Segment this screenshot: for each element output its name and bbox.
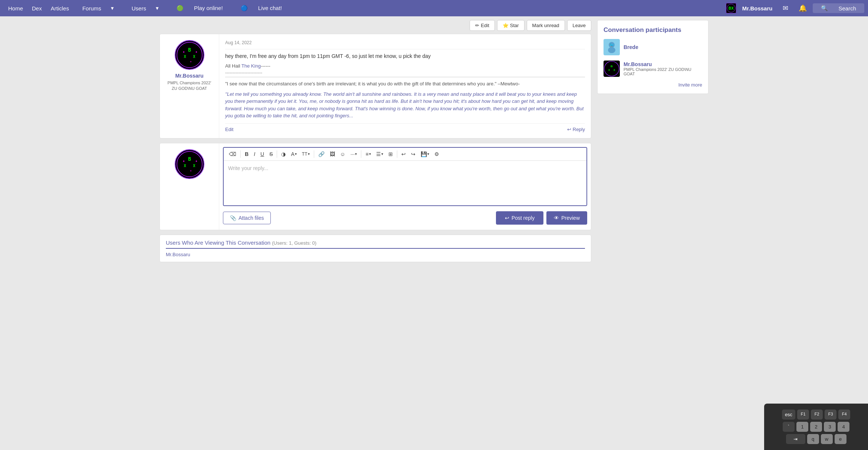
- pokeball-icon: 🟢: [172, 5, 188, 11]
- reply-icon: ↩: [567, 127, 571, 132]
- participant-row-2: B X X Mr.Bossaru PMPL Champions 2022' ZU…: [604, 61, 702, 77]
- emoji-button[interactable]: ☺: [338, 150, 348, 158]
- search-button[interactable]: 🔍 Search: [813, 3, 864, 13]
- action-bar: ✏ Edit ⭐ Star Mark unread Leave: [160, 20, 591, 31]
- nav-forums[interactable]: Forums: [78, 5, 106, 12]
- viewers-section: Users Who Are Viewing This Conversation …: [160, 235, 591, 262]
- reply-user-info: B X X ✦ ✦ ✦: [160, 143, 219, 230]
- nav-dex[interactable]: Dex: [27, 5, 46, 12]
- invite-more-link[interactable]: Invite more: [604, 82, 702, 88]
- participant-info-brede: Brede: [624, 44, 638, 50]
- bold-button[interactable]: B: [243, 150, 251, 158]
- nav-play-online[interactable]: 🟢 Play online!: [168, 5, 232, 12]
- svg-text:✦: ✦: [183, 50, 185, 54]
- attach-files-button[interactable]: 📎 Attach files: [223, 212, 271, 224]
- paperclip-icon: 📎: [230, 215, 236, 221]
- list-button[interactable]: ☰▾: [374, 150, 385, 158]
- underline-button[interactable]: U: [258, 150, 266, 158]
- participant-info-mrbossaru: Mr.Bossaru PMPL Champions 2022' ZU GOD\N…: [624, 61, 702, 76]
- message-body: Aug 14, 2022 hey there, I'm free any day…: [219, 34, 591, 138]
- user-avatar-small[interactable]: BX: [726, 3, 736, 13]
- nav-right: BX Mr.Bossaru ✉ 🔔 🔍 Search: [726, 3, 864, 13]
- editor-body[interactable]: Write your reply...: [224, 161, 586, 205]
- message-edit-link[interactable]: Edit: [225, 127, 233, 132]
- strikethrough-button[interactable]: S: [267, 150, 275, 158]
- svg-text:B: B: [611, 65, 613, 68]
- message-username[interactable]: Mr.Bossaru: [166, 73, 213, 79]
- svg-text:BX: BX: [729, 6, 734, 10]
- mail-icon[interactable]: ✉: [778, 4, 793, 12]
- settings-button[interactable]: ⚙: [432, 150, 441, 158]
- paint-button[interactable]: ◑: [279, 150, 288, 158]
- viewers-title: Users Who Are Viewing This Conversation …: [166, 239, 585, 249]
- save-button[interactable]: 💾▾: [418, 150, 431, 158]
- svg-text:X: X: [193, 54, 195, 59]
- svg-text:X: X: [608, 69, 610, 71]
- undo-button[interactable]: ↩: [399, 150, 408, 158]
- sidebar: Conversation participants 🐦 Brede: [597, 20, 708, 267]
- nav-home[interactable]: Home: [4, 5, 27, 12]
- post-reply-icon: ↩: [505, 215, 509, 221]
- participants-card: Conversation participants 🐦 Brede: [597, 20, 708, 94]
- align-button[interactable]: ≡▾: [363, 150, 373, 158]
- svg-text:✦: ✦: [190, 60, 192, 63]
- participant-name-brede[interactable]: Brede: [624, 44, 638, 50]
- user-subtitle: PMPL Champions 2022' ZU GOD\NU GOAT: [166, 80, 213, 92]
- toolbar-sep-2: [277, 150, 277, 158]
- text-size-button[interactable]: TT▾: [300, 150, 312, 158]
- reply-editor: ⌫ B I U S ◑ A▾ TT▾ 🔗 🖼 ☺ ··: [219, 143, 591, 230]
- image-button[interactable]: 🖼: [328, 150, 337, 158]
- leave-button[interactable]: Leave: [567, 20, 591, 31]
- avatar-image: B X X ✦ ✦ ✦: [175, 41, 204, 69]
- star-button[interactable]: ⭐ Star: [497, 20, 525, 31]
- editor-action-buttons: ↩ Post reply 👁 Preview: [496, 211, 587, 225]
- eraser-button[interactable]: ⌫: [227, 150, 239, 158]
- svg-text:✦: ✦: [195, 160, 198, 163]
- star-icon: ⭐: [503, 23, 509, 28]
- content-area: ✏ Edit ⭐ Star Mark unread Leave: [160, 20, 591, 267]
- message-reply-link[interactable]: ↩ Reply: [567, 127, 585, 132]
- mrbossaru-avatar-svg: B X X: [604, 61, 620, 77]
- nav-articles[interactable]: Articles: [46, 5, 73, 12]
- participant-name-mrbossaru[interactable]: Mr.Bossaru: [624, 61, 652, 67]
- toolbar-sep-1: [240, 150, 241, 158]
- nav-live-chat[interactable]: 🔵 Live chat!: [232, 5, 291, 12]
- more-button[interactable]: ···▾: [348, 150, 359, 158]
- svg-text:✦: ✦: [183, 160, 185, 163]
- sig-line: -------------------------: [225, 70, 585, 77]
- message-quote2: ''Let me tell you something you already …: [225, 91, 585, 120]
- svg-text:✦: ✦: [195, 50, 198, 54]
- svg-text:B: B: [188, 47, 191, 53]
- svg-text:X: X: [614, 69, 615, 71]
- edit-icon: ✏: [475, 23, 479, 28]
- navbar: Home Dex Articles Forums ▾ Users ▾ 🟢 Pla…: [0, 0, 868, 16]
- viewer-user[interactable]: Mr.Bossaru: [166, 252, 190, 257]
- link-button[interactable]: 🔗: [316, 150, 327, 158]
- font-size-button[interactable]: A▾: [289, 150, 299, 158]
- message-text: hey there, I'm free any day from 1pm to …: [225, 52, 585, 60]
- nav-users[interactable]: Users: [127, 5, 151, 12]
- bell-icon[interactable]: 🔔: [794, 4, 811, 12]
- reply-avatar-image: B X X ✦ ✦ ✦: [175, 150, 204, 178]
- message-quote1: "I see now that the circumstances of one…: [225, 80, 585, 88]
- participant-sub-mrbossaru: PMPL Champions 2022' ZU GOD\NU GOAT: [624, 67, 702, 76]
- svg-text:X: X: [193, 163, 195, 167]
- avatar: B X X ✦ ✦ ✦: [175, 40, 204, 70]
- nav-username[interactable]: Mr.Bossaru: [738, 5, 777, 12]
- italic-button[interactable]: I: [251, 150, 257, 158]
- viewers-list: Mr.Bossaru: [166, 252, 585, 257]
- editor-placeholder: Write your reply...: [228, 165, 268, 171]
- preview-button[interactable]: 👁 Preview: [546, 211, 587, 225]
- svg-point-23: [608, 47, 615, 53]
- mark-unread-button[interactable]: Mark unread: [527, 20, 565, 31]
- svg-point-12: [176, 150, 203, 177]
- message-date: Aug 14, 2022: [225, 40, 585, 45]
- discord-icon: 🔵: [236, 5, 252, 11]
- post-reply-button[interactable]: ↩ Post reply: [496, 211, 543, 225]
- preview-icon: 👁: [554, 215, 559, 221]
- table-button[interactable]: ⊞: [386, 150, 395, 158]
- toolbar-row: ⌫ B I U S ◑ A▾ TT▾ 🔗 🖼 ☺ ··: [224, 148, 586, 161]
- edit-button[interactable]: ✏ Edit: [470, 20, 494, 31]
- redo-button[interactable]: ↪: [409, 150, 418, 158]
- king-link[interactable]: The King: [241, 63, 261, 69]
